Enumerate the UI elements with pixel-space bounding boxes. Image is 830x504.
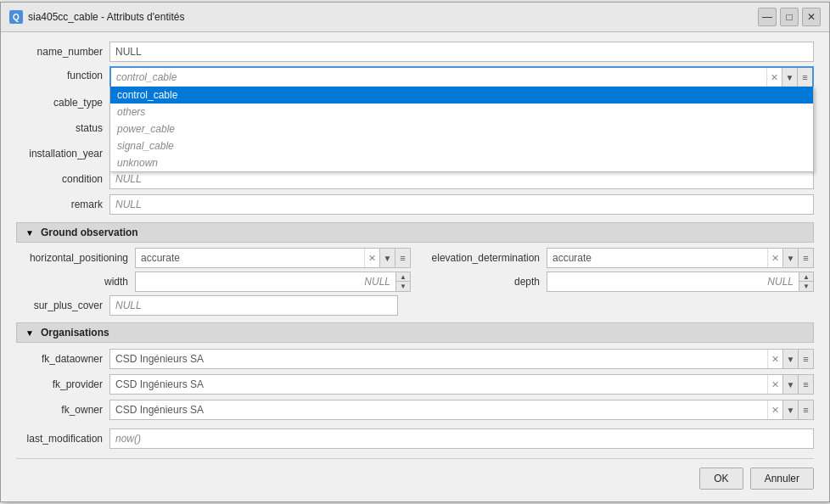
fk-provider-menu[interactable]: ≡ — [798, 375, 813, 394]
function-clear-btn[interactable]: ✕ — [766, 68, 782, 87]
depth-col: depth ▲ ▼ — [419, 272, 814, 292]
depth-input[interactable] — [547, 274, 799, 289]
function-label: function — [16, 66, 109, 81]
function-menu-btn[interactable]: ≡ — [797, 68, 812, 87]
width-up[interactable]: ▲ — [396, 272, 410, 282]
horiz-pos-arrow[interactable]: ▼ — [379, 249, 395, 267]
function-option-unknown[interactable]: unknown — [110, 154, 813, 171]
elevation-det-col: elevation_determination ✕ ▼ ≡ — [419, 248, 814, 268]
organisations-title: Organisations — [41, 327, 109, 339]
function-input[interactable] — [111, 70, 766, 85]
cable-type-label: cable_type — [16, 97, 109, 109]
sur-plus-field — [109, 295, 398, 316]
organisations-section-header: ▼ Organisations — [16, 322, 814, 343]
titlebar-controls: — □ ✕ — [758, 8, 821, 26]
depth-spinner: ▲ ▼ — [547, 272, 814, 292]
footer-buttons: OK Annuler — [16, 458, 814, 493]
remark-field — [109, 194, 814, 215]
fk-owner-combo: ✕ ▼ ≡ — [109, 400, 814, 420]
function-arrow-btn[interactable]: ▼ — [782, 68, 797, 87]
function-option-signal-cable[interactable]: signal_cable — [110, 137, 813, 154]
ground-observation-collapse[interactable]: ▼ — [24, 227, 36, 238]
sur-plus-row: sur_plus_cover — [16, 295, 814, 316]
organisations-collapse[interactable]: ▼ — [24, 327, 36, 339]
horiz-pos-col: horizontal_positioning ✕ ▼ ≡ — [16, 248, 411, 268]
fk-owner-arrow[interactable]: ▼ — [782, 400, 798, 419]
fk-dataowner-label: fk_dataowner — [16, 353, 109, 365]
window-title: sia405cc_cable - Attributs d'entités — [28, 11, 184, 23]
depth-spinner-btns: ▲ ▼ — [799, 272, 813, 291]
fk-owner-label: fk_owner — [16, 404, 109, 416]
titlebar-title-area: Q sia405cc_cable - Attributs d'entités — [9, 10, 184, 24]
width-spinner-btns: ▲ ▼ — [395, 272, 410, 291]
function-dropdown-list: control_cable others power_cable signal_… — [109, 87, 814, 172]
fk-provider-clear[interactable]: ✕ — [767, 375, 782, 394]
horiz-pos-label: horizontal_positioning — [16, 252, 135, 264]
width-spinner: ▲ ▼ — [135, 272, 411, 292]
function-option-power-cable[interactable]: power_cable — [110, 120, 813, 137]
elevation-det-input[interactable] — [547, 250, 767, 266]
remark-input[interactable] — [109, 194, 814, 215]
titlebar: Q sia405cc_cable - Attributs d'entités —… — [1, 3, 829, 32]
horiz-pos-combo: ✕ ▼ ≡ — [135, 248, 411, 268]
width-down[interactable]: ▼ — [396, 282, 410, 291]
ground-observation-section-header: ▼ Ground observation — [16, 222, 814, 243]
depth-up[interactable]: ▲ — [799, 272, 813, 282]
fk-owner-row: fk_owner ✕ ▼ ≡ — [16, 399, 814, 421]
fk-owner-menu[interactable]: ≡ — [798, 400, 813, 419]
elevation-det-clear[interactable]: ✕ — [767, 249, 782, 267]
fk-owner-field: ✕ ▼ ≡ — [109, 400, 814, 420]
sur-plus-input[interactable] — [109, 295, 398, 316]
app-icon: Q — [9, 10, 23, 24]
close-button[interactable]: ✕ — [802, 8, 821, 26]
installation-year-label: installation_year — [16, 148, 109, 160]
sur-plus-label: sur_plus_cover — [16, 300, 109, 311]
condition-label: condition — [16, 173, 109, 185]
fk-owner-input[interactable] — [110, 402, 767, 417]
width-depth-row: width ▲ ▼ depth ▲ — [16, 272, 814, 292]
fk-provider-input[interactable] — [110, 377, 767, 392]
depth-label: depth — [419, 276, 547, 288]
horiz-pos-input[interactable] — [136, 250, 364, 266]
width-col: width ▲ ▼ — [16, 272, 411, 292]
elevation-det-arrow[interactable]: ▼ — [782, 249, 798, 267]
remark-row: remark — [16, 193, 814, 216]
horiz-pos-menu[interactable]: ≡ — [395, 249, 410, 267]
ok-button[interactable]: OK — [699, 468, 743, 490]
status-label: status — [16, 122, 109, 134]
horiz-elev-row: horizontal_positioning ✕ ▼ ≡ elevation_d… — [16, 248, 814, 268]
maximize-button[interactable]: □ — [780, 8, 799, 26]
minimize-button[interactable]: — — [758, 8, 777, 26]
fk-dataowner-combo: ✕ ▼ ≡ — [109, 349, 814, 369]
width-input[interactable] — [136, 274, 395, 289]
fk-provider-combo: ✕ ▼ ≡ — [109, 374, 814, 395]
fk-dataowner-arrow[interactable]: ▼ — [782, 350, 798, 368]
elevation-det-menu[interactable]: ≡ — [798, 249, 813, 267]
horiz-pos-clear[interactable]: ✕ — [364, 249, 379, 267]
width-label: width — [16, 276, 135, 288]
form-content: name_number function ✕ ▼ ≡ control_cab — [1, 32, 829, 501]
last-modification-input[interactable] — [109, 428, 814, 449]
name-number-field — [109, 42, 814, 62]
fk-dataowner-field: ✕ ▼ ≡ — [109, 349, 814, 369]
function-field: ✕ ▼ ≡ control_cable others power_cable s… — [109, 66, 814, 88]
fk-provider-field: ✕ ▼ ≡ — [109, 374, 814, 395]
elevation-det-combo: ✕ ▼ ≡ — [547, 248, 814, 268]
cancel-button[interactable]: Annuler — [750, 468, 814, 490]
fk-owner-clear[interactable]: ✕ — [767, 400, 782, 419]
fk-dataowner-row: fk_dataowner ✕ ▼ ≡ — [16, 348, 814, 370]
depth-down[interactable]: ▼ — [799, 282, 813, 291]
main-window: Q sia405cc_cable - Attributs d'entités —… — [0, 2, 830, 502]
fk-dataowner-clear[interactable]: ✕ — [767, 350, 782, 368]
name-number-input[interactable] — [109, 42, 814, 62]
fk-provider-arrow[interactable]: ▼ — [782, 375, 798, 394]
fk-dataowner-menu[interactable]: ≡ — [798, 350, 813, 368]
ground-observation-title: Ground observation — [41, 227, 138, 238]
function-option-others[interactable]: others — [110, 104, 813, 120]
fk-dataowner-input[interactable] — [110, 351, 767, 367]
function-option-control-cable[interactable]: control_cable — [110, 87, 813, 104]
name-number-label: name_number — [16, 46, 109, 58]
last-modification-label: last_modification — [16, 433, 109, 445]
last-modification-field — [109, 428, 814, 449]
name-number-row: name_number — [16, 41, 814, 63]
